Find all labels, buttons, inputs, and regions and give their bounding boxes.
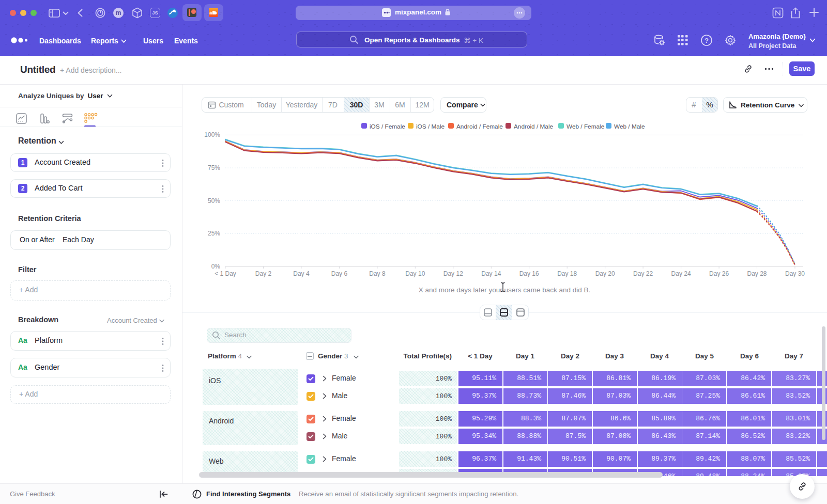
svg-text:Day 30: Day 30 <box>785 270 805 277</box>
svg-text:Day 6: Day 6 <box>331 270 348 277</box>
svg-text:100%: 100% <box>204 132 220 138</box>
svg-text:0%: 0% <box>211 263 221 270</box>
svg-text:?: ? <box>705 37 709 44</box>
svg-text:Day 26: Day 26 <box>709 270 729 277</box>
svg-text:Day 28: Day 28 <box>747 270 767 277</box>
svg-text:Day 2: Day 2 <box>255 270 272 277</box>
svg-text:Day 20: Day 20 <box>595 270 615 277</box>
svg-text:Day 18: Day 18 <box>557 270 577 277</box>
svg-text:Day 10: Day 10 <box>405 270 425 277</box>
svg-text:< 1 Day: < 1 Day <box>215 270 236 277</box>
svg-text:Day 24: Day 24 <box>671 270 691 277</box>
svg-text:Day 14: Day 14 <box>481 270 501 277</box>
svg-text:Day 16: Day 16 <box>519 270 539 277</box>
svg-text:Day 8: Day 8 <box>369 270 386 277</box>
svg-text:50%: 50% <box>208 197 220 204</box>
svg-text:Day 4: Day 4 <box>293 270 310 277</box>
svg-text:25%: 25% <box>208 230 220 237</box>
svg-text:75%: 75% <box>208 164 220 171</box>
svg-text:Day 22: Day 22 <box>633 270 653 277</box>
svg-text:Day 12: Day 12 <box>443 270 463 277</box>
